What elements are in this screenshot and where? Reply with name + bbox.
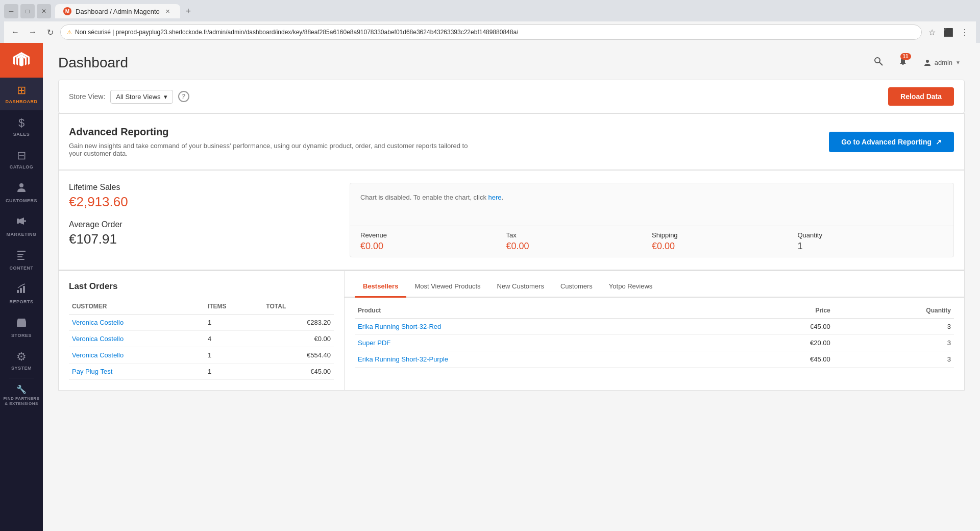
product-name: Erika Running Short-32-Red bbox=[355, 319, 730, 335]
menu-button[interactable]: ⋮ bbox=[958, 25, 972, 39]
col-items: Items bbox=[205, 299, 263, 315]
back-button[interactable]: ← bbox=[8, 25, 22, 39]
customer-link[interactable]: Pay Plug Test bbox=[72, 368, 112, 375]
sidebar-label-reports: REPORTS bbox=[9, 299, 33, 304]
product-price: €20.00 bbox=[730, 335, 834, 351]
metric-quantity: Quantity 1 bbox=[798, 231, 944, 252]
table-row: Pay Plug Test 1 €45.00 bbox=[69, 364, 334, 380]
lifetime-sales-block: Lifetime Sales €2,913.60 bbox=[69, 183, 334, 210]
sidebar-label-catalog: CATALOG bbox=[10, 164, 34, 170]
sidebar-divider bbox=[9, 378, 34, 378]
orders-section: Last Orders Customer Items Total Veronic… bbox=[58, 271, 965, 391]
sidebar-label-sales: SALES bbox=[13, 132, 30, 137]
tab-yotpo-reviews[interactable]: Yotpo Reviews bbox=[601, 276, 661, 298]
search-button[interactable] bbox=[870, 53, 887, 72]
app-container: ⊞ DASHBOARD $ SALES ⊟ CATALOG CUSTOMERS bbox=[0, 43, 980, 531]
chart-disabled-message: Chart is disabled. To enable the chart, … bbox=[350, 183, 953, 211]
extensions-icon: 🔧 bbox=[16, 384, 27, 394]
tabs-header: Bestsellers Most Viewed Products New Cus… bbox=[345, 276, 964, 298]
customer-link[interactable]: Veronica Costello bbox=[72, 335, 124, 343]
go-to-advanced-reporting-button[interactable]: Go to Advanced Reporting ↗ bbox=[829, 132, 954, 152]
table-row: Veronica Costello 4 €0.00 bbox=[69, 331, 334, 347]
window-controls[interactable]: ─ □ ✕ bbox=[4, 4, 51, 18]
tab-bestsellers[interactable]: Bestsellers bbox=[355, 276, 406, 298]
dashboard-icon: ⊞ bbox=[17, 84, 26, 97]
sidebar-label-dashboard: DASHBOARD bbox=[6, 99, 38, 104]
product-quantity: 3 bbox=[834, 319, 954, 335]
help-button[interactable]: ? bbox=[178, 91, 189, 102]
chart-enable-link[interactable]: here bbox=[488, 194, 502, 201]
minimize-button[interactable]: ─ bbox=[4, 4, 18, 18]
stats-section: Lifetime Sales €2,913.60 Average Order €… bbox=[58, 170, 965, 270]
bestsellers-table: Product Price Quantity Erika Running Sho… bbox=[355, 303, 954, 368]
sidebar-label-stores: STORES bbox=[11, 333, 32, 338]
external-link-icon: ↗ bbox=[936, 138, 942, 146]
bookmark-button[interactable]: ☆ bbox=[925, 25, 939, 39]
marketing-icon bbox=[16, 215, 27, 230]
sidebar-item-marketing[interactable]: MARKETING bbox=[0, 209, 43, 243]
maximize-button[interactable]: □ bbox=[20, 4, 35, 18]
product-link[interactable]: Erika Running Short-32-Purple bbox=[358, 355, 448, 363]
dashboard-body: Store View: All Store Views ▾ ? Reload D… bbox=[43, 80, 980, 406]
customer-link[interactable]: Veronica Costello bbox=[72, 319, 124, 326]
svg-point-0 bbox=[19, 183, 23, 187]
product-name: Erika Running Short-32-Purple bbox=[355, 351, 730, 368]
sidebar-item-catalog[interactable]: ⊟ CATALOG bbox=[0, 143, 43, 176]
new-tab-button[interactable]: + bbox=[181, 4, 195, 18]
last-orders-table: Customer Items Total Veronica Costello 1… bbox=[69, 299, 334, 380]
col-price: Price bbox=[730, 303, 834, 319]
sidebar-item-stores[interactable]: STORES bbox=[0, 310, 43, 344]
last-orders-title: Last Orders bbox=[69, 281, 334, 292]
tab-customers[interactable]: Customers bbox=[552, 276, 601, 298]
product-link[interactable]: Erika Running Short-32-Red bbox=[358, 323, 441, 330]
sidebar-label-system: SYSTEM bbox=[11, 366, 32, 371]
tax-value: €0.00 bbox=[506, 241, 652, 252]
forward-button[interactable]: → bbox=[26, 25, 40, 39]
close-window-button[interactable]: ✕ bbox=[37, 4, 51, 18]
advanced-reporting-description: Gain new insights and take command of yo… bbox=[69, 142, 477, 157]
product-price: €45.00 bbox=[730, 319, 834, 335]
sidebar-item-reports[interactable]: REPORTS bbox=[0, 277, 43, 310]
sidebar-item-customers[interactable]: CUSTOMERS bbox=[0, 176, 43, 209]
svg-rect-7 bbox=[17, 259, 24, 260]
advanced-reporting-section: Advanced Reporting Gain new insights and… bbox=[58, 114, 965, 170]
security-icon: ⚠ bbox=[67, 29, 72, 36]
stores-icon bbox=[16, 317, 27, 331]
sidebar-item-dashboard[interactable]: ⊞ DASHBOARD bbox=[0, 78, 43, 110]
order-customer: Veronica Costello bbox=[69, 331, 205, 347]
reload-data-button[interactable]: Reload Data bbox=[888, 87, 954, 106]
browser-chrome: ─ □ ✕ M Dashboard / Admin Magento ✕ + ← … bbox=[0, 0, 980, 43]
refresh-button[interactable]: ↻ bbox=[43, 25, 57, 39]
svg-rect-12 bbox=[19, 323, 23, 327]
chart-disabled-text: Chart is disabled. To enable the chart, … bbox=[360, 194, 486, 201]
sidebar-item-content[interactable]: CONTENT bbox=[0, 243, 43, 277]
sidebar-item-sales[interactable]: $ SALES bbox=[0, 110, 43, 143]
list-item: Erika Running Short-32-Red €45.00 3 bbox=[355, 319, 954, 335]
metric-revenue: Revenue €0.00 bbox=[360, 231, 506, 252]
sidebar-item-system[interactable]: ⚙ SYSTEM bbox=[0, 344, 43, 377]
store-view-left: Store View: All Store Views ▾ ? bbox=[69, 90, 189, 104]
main-content: Dashboard 11 bbox=[43, 43, 980, 531]
product-link[interactable]: Super PDF bbox=[358, 339, 390, 347]
customer-link[interactable]: Veronica Costello bbox=[72, 351, 124, 359]
browser-tab-active[interactable]: M Dashboard / Admin Magento ✕ bbox=[55, 4, 180, 18]
tab-close-button[interactable]: ✕ bbox=[164, 7, 172, 15]
col-product: Product bbox=[355, 303, 730, 319]
revenue-value: €0.00 bbox=[360, 241, 506, 252]
notifications-button[interactable]: 11 bbox=[895, 53, 911, 72]
order-total: €0.00 bbox=[263, 331, 334, 347]
tab-bar: M Dashboard / Admin Magento ✕ + bbox=[55, 4, 195, 18]
tab-new-customers[interactable]: New Customers bbox=[489, 276, 552, 298]
shipping-label: Shipping bbox=[652, 231, 798, 239]
user-menu[interactable]: admin ▼ bbox=[919, 57, 965, 69]
product-quantity: 3 bbox=[834, 335, 954, 351]
tab-content-bestsellers: Product Price Quantity Erika Running Sho… bbox=[345, 298, 964, 373]
extensions-button[interactable]: ⬛ bbox=[941, 25, 955, 39]
content-icon bbox=[16, 249, 27, 263]
address-bar[interactable]: ⚠ Non sécurisé | preprod-payplug23.sherl… bbox=[60, 25, 922, 40]
svg-line-14 bbox=[879, 62, 883, 65]
store-view-dropdown[interactable]: All Store Views ▾ bbox=[110, 90, 173, 104]
sidebar-item-extensions[interactable]: 🔧 FIND PARTNERS & EXTENSIONS bbox=[0, 379, 43, 411]
tab-most-viewed-products[interactable]: Most Viewed Products bbox=[406, 276, 488, 298]
notifications-badge: 11 bbox=[900, 53, 911, 60]
